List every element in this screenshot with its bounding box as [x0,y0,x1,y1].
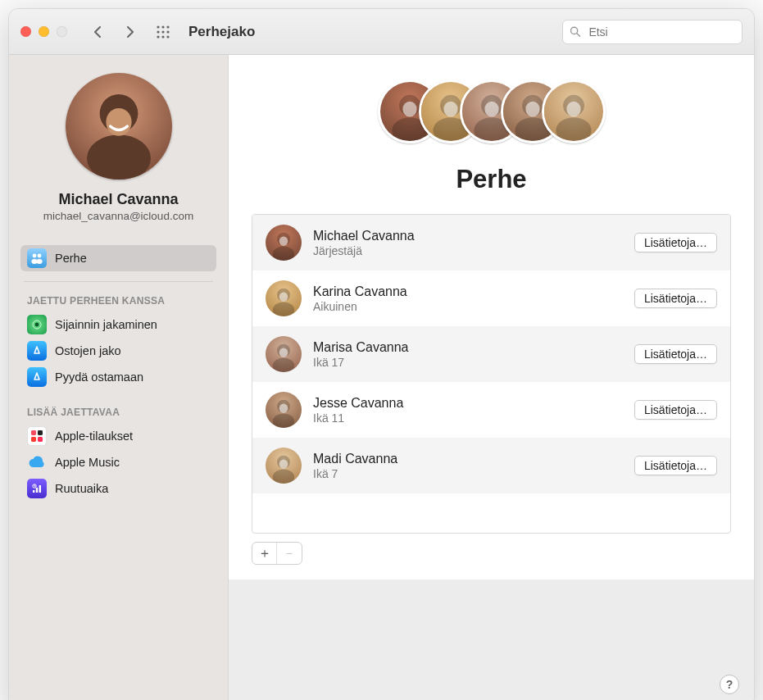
traffic-lights [20,26,67,37]
svg-point-2 [166,25,169,28]
appstore-icon [27,367,47,387]
svg-point-0 [157,25,159,28]
svg-point-7 [161,35,164,38]
svg-rect-24 [38,437,43,442]
content-pane: Perhe Michael Cavanna Järjestäjä Lisätie… [229,55,754,580]
sidebar-item-subscriptions[interactable]: Apple-tilaukset [20,423,216,449]
subscriptions-icon [27,426,47,446]
svg-point-64 [279,404,288,413]
sidebar-item-label: Sijainnin jakaminen [55,318,157,331]
member-name: Madi Cavanna [313,452,623,466]
member-row[interactable]: Karina Cavanna Aikuinen Lisätietoja… [252,270,730,326]
sidebar-item-label: Ostojen jako [55,344,121,357]
member-info: Michael Cavanna Järjestäjä [313,229,623,257]
member-row[interactable]: Marisa Cavanna Ikä 17 Lisätietoja… [252,326,730,382]
member-avatar [266,280,302,316]
sidebar-item-ask[interactable]: Pyydä ostamaan [20,364,216,390]
member-role: Aikuinen [313,300,623,313]
family-icon [27,248,47,268]
svg-point-16 [38,254,42,258]
svg-point-48 [566,102,580,117]
svg-point-19 [35,323,39,327]
svg-point-4 [161,30,164,33]
window: Perhejako [8,8,755,700]
svg-rect-23 [31,437,36,442]
svg-point-1 [161,25,164,28]
member-name: Michael Cavanna [313,229,623,243]
svg-point-36 [443,102,457,117]
member-role: Ikä 11 [313,411,623,425]
member-name: Karina Cavanna [313,284,623,299]
sidebar: Michael Cavanna michael_cavanna@icloud.c… [9,55,229,700]
sidebar-item-label: Perhe [55,252,87,265]
member-row[interactable]: Michael Cavanna Järjestäjä Lisätietoja… [252,215,730,270]
member-avatar [266,448,302,484]
svg-point-3 [157,30,159,33]
svg-rect-25 [33,490,34,493]
svg-point-60 [279,348,288,357]
member-name: Marisa Cavanna [313,340,623,355]
sidebar-item-purchases[interactable]: Ostojen jako [20,338,216,364]
member-avatar [266,336,302,372]
remove-member-button[interactable]: － [277,543,302,564]
svg-point-13 [87,134,151,180]
sidebar-item-label: Apple Music [55,456,120,469]
member-info: Jesse Cavanna Ikä 11 [313,396,623,425]
svg-point-18 [36,259,42,264]
back-button[interactable] [85,21,110,43]
details-button[interactable]: Lisätietoja… [634,344,717,364]
details-button[interactable]: Lisätietoja… [634,456,717,475]
member-info: Karina Cavanna Aikuinen [313,284,623,313]
svg-point-56 [279,293,288,302]
screentime-icon [27,479,47,498]
sidebar-item-location[interactable]: Sijainnin jakaminen [20,311,216,338]
help-button[interactable]: ? [720,675,739,694]
profile-email: michael_cavanna@icloud.com [43,210,193,222]
table-footer: ＋ － [252,542,731,565]
svg-rect-22 [38,430,43,435]
svg-point-52 [279,237,288,246]
sidebar-heading-more: LISÄÄ JAETTAVAA [20,403,216,423]
show-all-button[interactable] [151,21,175,43]
svg-point-32 [402,102,416,117]
member-info: Madi Cavanna Ikä 7 [313,452,623,480]
sidebar-item-screentime[interactable]: Ruutuaika [20,475,216,502]
svg-point-5 [166,30,169,33]
close-window-button[interactable] [20,26,31,37]
members-table: Michael Cavanna Järjestäjä Lisätietoja… … [252,214,731,534]
zoom-window-button[interactable] [57,26,67,37]
add-member-button[interactable]: ＋ [252,543,277,564]
member-row[interactable]: Jesse Cavanna Ikä 11 Lisätietoja… [252,382,730,438]
details-button[interactable]: Lisätietoja… [634,233,717,252]
svg-point-68 [279,460,288,469]
sidebar-item-family[interactable]: Perhe [20,245,216,271]
search-field[interactable] [562,20,743,44]
family-avatar-stack [252,80,731,143]
member-role: Järjestäjä [313,244,623,257]
member-name: Jesse Cavanna [313,396,623,411]
sidebar-item-label: Ruutuaika [55,482,108,495]
svg-line-10 [577,34,580,37]
minimize-window-button[interactable] [39,26,49,37]
profile-avatar[interactable] [66,73,172,180]
svg-rect-27 [39,485,41,493]
forward-button[interactable] [118,21,143,43]
sidebar-item-music[interactable]: Apple Music [20,449,216,475]
profile-block: Michael Cavanna michael_cavanna@icloud.c… [20,73,216,232]
window-title: Perhejako [188,24,255,40]
svg-point-14 [106,108,131,136]
svg-rect-21 [31,430,36,435]
details-button[interactable]: Lisätietoja… [634,400,717,420]
svg-point-15 [33,254,37,258]
content-title: Perhe [252,165,731,194]
member-avatar [266,392,302,428]
details-button[interactable]: Lisätietoja… [634,289,717,308]
svg-point-8 [166,35,169,38]
search-input[interactable] [587,25,735,39]
sidebar-heading-shared: JAETTU PERHEEN KANSSA [20,292,216,311]
member-avatar [266,225,302,261]
member-role: Ikä 17 [313,356,623,369]
findmy-icon [27,315,47,334]
member-row[interactable]: Madi Cavanna Ikä 7 Lisätietoja… [252,438,730,493]
profile-name: Michael Cavanna [58,191,178,208]
